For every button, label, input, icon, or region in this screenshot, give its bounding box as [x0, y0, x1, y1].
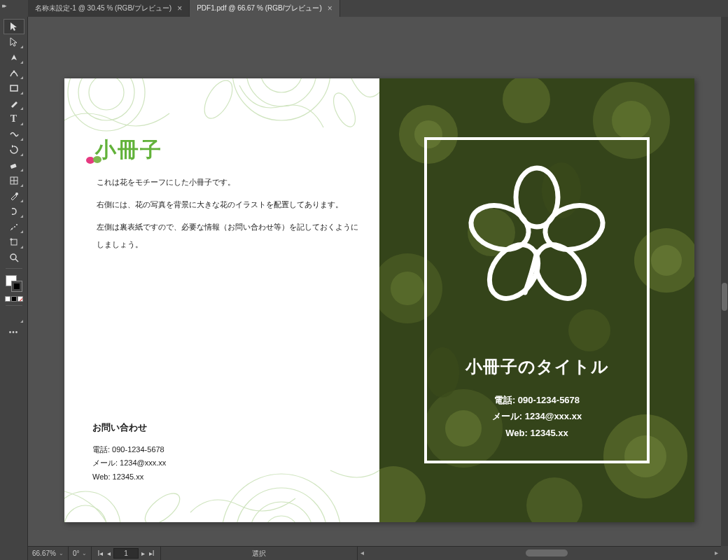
close-icon[interactable]: ×	[328, 4, 332, 13]
cover-title: 小冊子のタイトル	[379, 356, 694, 378]
svg-point-27	[264, 516, 299, 522]
booklet-left-body: これは花をモチーフにした小冊子です。 右側には、花の写真を背景に大きな花のイラス…	[97, 174, 365, 258]
body-paragraph: 右側には、花の写真を背景に大きな花のイラストを配置してあります。	[97, 196, 365, 213]
scroll-left-icon[interactable]: ◂	[360, 549, 364, 556]
contact-heading: お問い合わせ	[92, 419, 166, 435]
svg-rect-13	[11, 239, 17, 245]
svg-point-12	[16, 224, 18, 225]
svg-point-9	[15, 192, 18, 195]
svg-point-25	[236, 488, 327, 522]
svg-rect-3	[10, 85, 18, 91]
scrollbar-thumb[interactable]	[722, 283, 727, 311]
contact-web: Web: 12345.xx	[92, 470, 166, 484]
cover-contact: 電話: 090-1234-5678 メール: 1234@xxx.xx Web: …	[379, 392, 694, 441]
document-tab-bar: 名称未設定-1 @ 30.45 % (RGB/プレビュー) × PDF1.pdf…	[28, 0, 721, 17]
color-mode-none[interactable]	[18, 296, 23, 302]
rotate-value: 0°	[73, 550, 80, 557]
type-tool[interactable]: T	[4, 112, 24, 126]
toolbar-divider	[6, 268, 22, 269]
svg-line-17	[15, 259, 18, 262]
expand-panels-left-icon[interactable]: ▸▸	[2, 2, 5, 9]
fill-stroke-swatch[interactable]	[6, 275, 22, 292]
artboard-tool[interactable]	[4, 235, 24, 249]
svg-point-57	[540, 198, 608, 256]
svg-point-19	[78, 78, 134, 120]
mesh-tool[interactable]	[4, 174, 24, 188]
nav-next-icon[interactable]: ▸	[140, 550, 146, 557]
contact-block: お問い合わせ 電話: 090-1234-5678 メール: 1234@xxx.x…	[92, 419, 166, 484]
eyedropper-tool[interactable]	[4, 189, 24, 203]
chevron-down-icon: ⌄	[59, 550, 64, 556]
line-tool[interactable]	[4, 127, 24, 141]
scrollbar-thumb[interactable]	[526, 550, 568, 556]
contact-tel: 電話: 090-1234-5678	[92, 443, 166, 457]
svg-point-16	[10, 254, 16, 260]
document-tab-1[interactable]: 名称未設定-1 @ 30.45 % (RGB/プレビュー) ×	[28, 0, 190, 17]
symbol-sprayer-tool[interactable]	[4, 220, 24, 234]
cover-web: Web: 12345.xx	[379, 425, 694, 441]
close-icon[interactable]: ×	[177, 4, 182, 13]
toolbar-divider	[6, 305, 22, 306]
flower-illustration	[463, 161, 610, 308]
pen-tool[interactable]	[4, 50, 24, 64]
stroke-color[interactable]	[11, 281, 22, 292]
status-bar: 66.67% ⌄ 0° ⌄ I◂ ◂ 1 ▸ ▸I 選択 ◂ ▸	[28, 546, 721, 560]
selection-tool[interactable]	[4, 20, 24, 34]
rotate-tool[interactable]	[4, 143, 24, 157]
nav-last-icon[interactable]: ▸I	[148, 550, 156, 557]
eraser-tool[interactable]	[4, 158, 24, 172]
booklet-left-title: 小冊子	[95, 136, 162, 164]
warp-tool[interactable]	[4, 204, 24, 218]
zoom-value: 66.67%	[32, 550, 56, 557]
direct-selection-tool[interactable]	[4, 35, 24, 49]
svg-marker-4	[12, 145, 14, 148]
svg-point-2	[13, 71, 15, 73]
document-tab-label: 名称未設定-1 @ 30.45 % (RGB/プレビュー)	[35, 4, 172, 13]
tools-panel: T •••	[0, 17, 28, 560]
rectangle-tool[interactable]	[4, 81, 24, 95]
svg-rect-5	[10, 164, 16, 169]
svg-point-26	[250, 502, 313, 522]
svg-point-31	[329, 90, 360, 130]
edit-toolbar-button[interactable]: •••	[4, 325, 24, 339]
booklet-back-cover: 小冊子 これは花をモチーフにした小冊子です。 右側には、花の写真を背景に大きな花…	[64, 78, 379, 522]
contact-mail: メール: 1234@xxx.xx	[92, 456, 166, 470]
artboard: 小冊子 これは花をモチーフにした小冊子です。 右側には、花の写真を背景に大きな花…	[64, 78, 694, 522]
horizontal-scrollbar[interactable]: ◂ ▸	[357, 547, 721, 560]
svg-point-20	[89, 78, 124, 110]
svg-point-32	[140, 488, 185, 522]
zoom-field[interactable]: 66.67% ⌄	[28, 547, 69, 560]
rotate-field[interactable]: 0° ⌄	[69, 547, 92, 560]
body-paragraph: 左側は裏表紙ですので、必要な情報（お問い合わせ等）を記しておくようにしましょう。	[97, 218, 365, 252]
body-paragraph: これは花をモチーフにした小冊子です。	[97, 174, 365, 190]
svg-point-34	[93, 156, 102, 163]
svg-point-21	[232, 78, 330, 120]
svg-point-23	[260, 78, 302, 92]
curvature-tool[interactable]	[4, 66, 24, 80]
svg-point-60	[465, 198, 534, 256]
nav-prev-icon[interactable]: ◂	[106, 550, 112, 557]
color-mode-color[interactable]	[5, 296, 10, 302]
booklet-front-cover: 小冊子のタイトル 電話: 090-1234-5678 メール: 1234@xxx…	[379, 78, 694, 522]
artboard-number[interactable]: 1	[113, 548, 139, 559]
cover-mail: メール: 1234@xxx.xx	[379, 408, 694, 424]
leaf-decoration-icon	[85, 154, 102, 167]
nav-first-icon[interactable]: I◂	[96, 550, 104, 557]
canvas[interactable]: 小冊子 これは花をモチーフにした小冊子です。 右側には、花の写真を背景に大きな花…	[28, 17, 721, 546]
document-tab-label: PDF1.pdf @ 66.67 % (RGB/プレビュー)	[197, 4, 322, 13]
scroll-right-icon[interactable]: ▸	[715, 549, 718, 556]
selection-info: 選択	[161, 549, 357, 559]
color-mode-gradient[interactable]	[11, 296, 17, 302]
vertical-scrollbar[interactable]	[721, 17, 728, 546]
cover-tel: 電話: 090-1234-5678	[379, 392, 694, 408]
zoom-tool[interactable]	[4, 251, 24, 265]
screen-mode-tool[interactable]	[4, 309, 24, 323]
paintbrush-tool[interactable]	[4, 97, 24, 111]
artboard-nav: I◂ ◂ 1 ▸ ▸I	[92, 547, 160, 560]
document-tab-2[interactable]: PDF1.pdf @ 66.67 % (RGB/プレビュー) ×	[190, 0, 340, 17]
color-mode-row	[5, 296, 23, 302]
chevron-down-icon: ⌄	[82, 550, 87, 556]
svg-point-11	[14, 226, 15, 227]
svg-point-30	[199, 78, 238, 122]
